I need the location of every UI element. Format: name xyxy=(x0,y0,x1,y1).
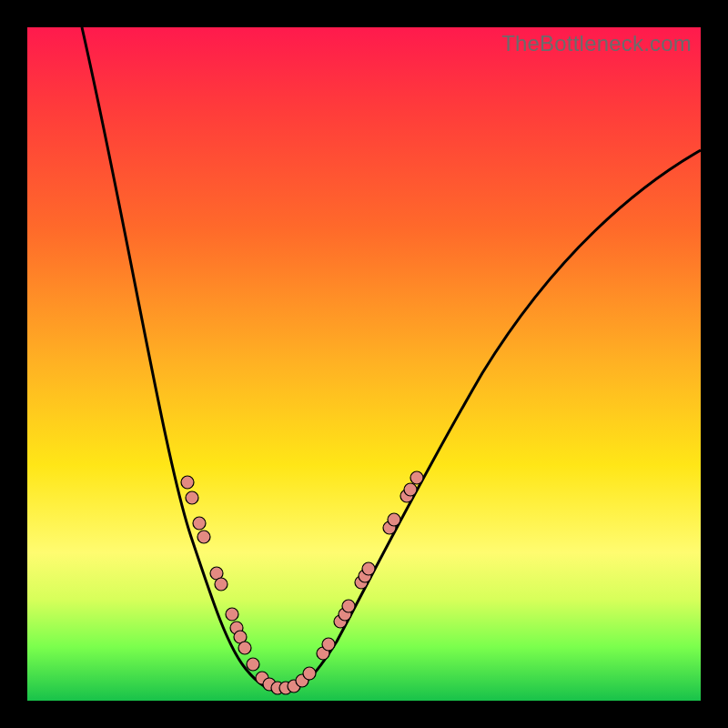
curve-marker xyxy=(362,562,375,575)
curve-marker xyxy=(303,667,316,680)
curve-marker xyxy=(404,483,417,496)
curve-marker xyxy=(193,517,206,530)
curve-marker xyxy=(410,471,423,484)
bottleneck-curve xyxy=(82,27,701,692)
curve-marker xyxy=(388,513,400,526)
chart-frame: TheBottleneck.com xyxy=(0,0,728,728)
curve-marker xyxy=(342,600,355,612)
curve-marker xyxy=(215,578,228,591)
curve-marker xyxy=(226,608,238,621)
curve-marker xyxy=(247,658,259,671)
curve-marker xyxy=(197,531,210,543)
curve-marker xyxy=(322,638,335,651)
plot-area: TheBottleneck.com xyxy=(27,27,701,701)
chart-svg xyxy=(27,27,701,701)
curve-marker xyxy=(181,476,194,489)
curve-marker xyxy=(238,642,251,654)
curve-marker xyxy=(186,491,198,504)
curve-markers xyxy=(181,471,423,694)
